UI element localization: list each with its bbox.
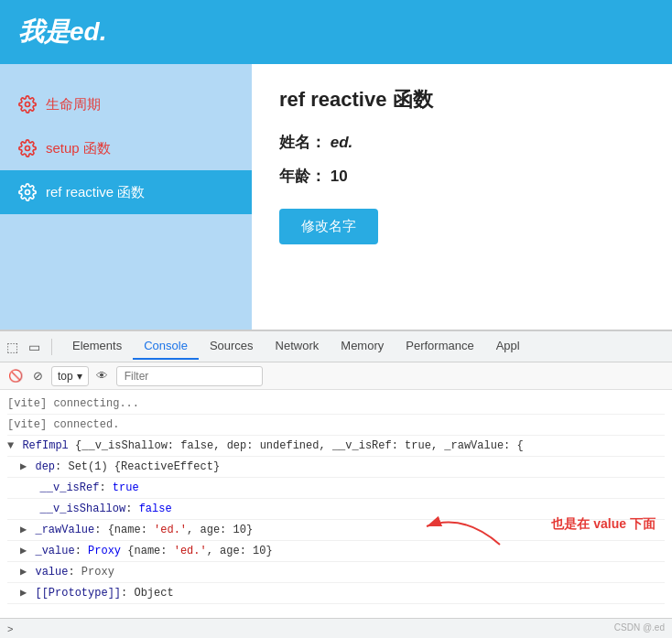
tab-performance[interactable]: Performance xyxy=(395,333,484,360)
console-line-value: value: Proxy xyxy=(7,562,665,583)
expand-rawvalue[interactable] xyxy=(20,522,27,538)
modify-name-button[interactable]: 修改名字 xyxy=(279,209,378,244)
devtools-panel: ⬚ ▭ Elements Console Sources Network Mem… xyxy=(0,330,672,638)
tab-console[interactable]: Console xyxy=(133,333,199,360)
content-age-row: 年龄： 10 xyxy=(279,166,645,187)
devtools-toolbar-icons: ⬚ ▭ xyxy=(4,339,52,355)
main-area: 生命周期 setup 函数 ref reactive 函数 ref reacti… xyxy=(0,64,672,330)
name-label: 姓名： xyxy=(279,134,326,151)
device-icon[interactable]: ▭ xyxy=(26,339,42,355)
console-line-value-proxy: _value: Proxy {name: 'ed.', age: 10} xyxy=(7,541,665,562)
console-line-isref: __v_isRef: true xyxy=(7,478,665,499)
header-title: 我是ed. xyxy=(18,15,106,49)
age-value: 10 xyxy=(331,168,348,185)
content-area: ref reactive 函数 姓名： ed. 年龄： 10 修改名字 xyxy=(252,64,672,330)
expand-dep[interactable] xyxy=(20,459,27,475)
dep-text: dep: Set(1) {ReactiveEffect} xyxy=(35,460,220,473)
isref-text: __v_isRef: true xyxy=(20,481,139,494)
devtools-bottom-bar: > xyxy=(0,618,672,638)
content-title: ref reactive 函数 xyxy=(279,86,645,114)
age-label: 年龄： xyxy=(279,168,326,185)
tab-network[interactable]: Network xyxy=(265,333,331,360)
refimpl-text: RefImpl {__v_isShallow: false, dep: unde… xyxy=(22,439,523,452)
sidebar-label-setup: setup 函数 xyxy=(46,140,111,157)
expand-value2[interactable] xyxy=(20,564,27,580)
console-line-refimpl: RefImpl {__v_isShallow: false, dep: unde… xyxy=(7,436,665,457)
devtools-tabs-bar: ⬚ ▭ Elements Console Sources Network Mem… xyxy=(0,331,672,362)
stop-icon[interactable]: ⊘ xyxy=(29,368,46,384)
expand-prototype[interactable] xyxy=(20,585,27,601)
name-value: ed. xyxy=(331,134,353,151)
console-output: [vite] connecting... [vite] connected. R… xyxy=(0,390,672,618)
content-name-row: 姓名： ed. xyxy=(279,132,645,153)
expand-refimpl[interactable] xyxy=(7,438,14,454)
eye-icon[interactable]: 👁 xyxy=(94,368,111,384)
gear-icon-ref-reactive xyxy=(18,183,37,201)
sidebar-item-ref-reactive[interactable]: ref reactive 函数 xyxy=(0,170,252,214)
sidebar-label-ref-reactive: ref reactive 函数 xyxy=(46,184,145,201)
context-selector[interactable]: top ▾ xyxy=(51,366,89,386)
top-label: top xyxy=(58,370,73,383)
tab-elements[interactable]: Elements xyxy=(61,333,133,360)
svg-point-1 xyxy=(26,146,30,151)
filter-input[interactable] xyxy=(116,366,263,386)
console-line-dep: dep: Set(1) {ReactiveEffect} xyxy=(7,457,665,478)
svg-point-2 xyxy=(26,190,30,195)
sidebar-item-lifecycle[interactable]: 生命周期 xyxy=(0,82,252,126)
svg-point-0 xyxy=(26,103,30,107)
sidebar-item-setup[interactable]: setup 函数 xyxy=(0,126,252,170)
gear-icon-lifecycle xyxy=(18,95,37,114)
dropdown-arrow: ▾ xyxy=(77,370,82,383)
gear-icon-setup xyxy=(18,139,37,157)
sidebar-label-lifecycle: 生命周期 xyxy=(46,96,101,114)
watermark: CSDN @.ed xyxy=(614,622,665,633)
prototype-text: [[Prototype]]: Object xyxy=(35,587,173,600)
console-prompt: > xyxy=(7,623,13,634)
console-line-prototype: [[Prototype]]: Object xyxy=(7,583,665,604)
value-text: value: Proxy xyxy=(35,566,114,579)
console-line-vite-connecting: [vite] connecting... xyxy=(7,394,665,415)
console-line-vite-connected: [vite] connected. xyxy=(7,415,665,436)
vite-connected-text: [vite] connected. xyxy=(7,418,119,431)
console-line-rawvalue: _rawValue: {name: 'ed.', age: 10} 也是在 va… xyxy=(7,520,665,541)
red-arrow-svg xyxy=(417,503,509,549)
tab-sources[interactable]: Sources xyxy=(199,333,265,360)
cursor-icon[interactable]: ⬚ xyxy=(4,339,20,355)
vite-connecting-text: [vite] connecting... xyxy=(7,397,139,410)
tab-memory[interactable]: Memory xyxy=(330,333,395,360)
header: 我是ed. xyxy=(0,0,672,64)
sidebar: 生命周期 setup 函数 ref reactive 函数 xyxy=(0,64,252,330)
annotation-text: 也是在 value 下面 xyxy=(551,514,656,534)
tab-application[interactable]: Appl xyxy=(485,333,531,360)
expand-value[interactable] xyxy=(20,543,27,559)
console-toolbar: 🚫 ⊘ top ▾ 👁 xyxy=(0,362,672,390)
rawvalue-text: _rawValue: {name: 'ed.', age: 10} xyxy=(35,524,253,536)
clear-console-icon[interactable]: 🚫 xyxy=(7,368,24,384)
isshallow-text: __v_isShallow: false xyxy=(20,503,172,515)
value-proxy-text: _value: Proxy {name: 'ed.', age: 10} xyxy=(35,545,272,557)
